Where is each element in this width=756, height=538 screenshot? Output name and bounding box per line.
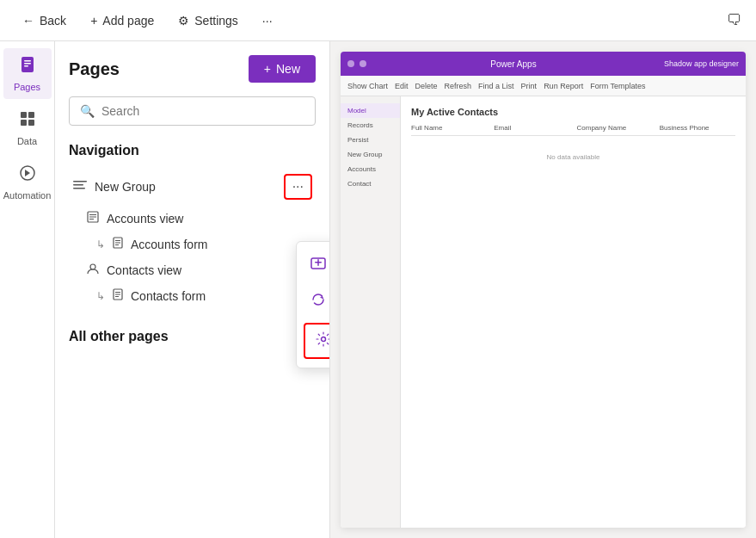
search-input[interactable]	[101, 104, 304, 118]
context-menu-new-group[interactable]: New group	[297, 247, 330, 283]
new-group-icon	[310, 256, 326, 275]
pages-icon	[18, 55, 37, 78]
svg-rect-0	[22, 57, 34, 72]
add-page-label: Add page	[102, 14, 154, 28]
new-button[interactable]: + New	[249, 55, 316, 83]
col1-header: Full Name	[411, 124, 487, 132]
preview-sidebar-accounts: Accounts	[341, 162, 400, 176]
group-icon	[72, 177, 88, 196]
svg-rect-18	[115, 243, 120, 244]
search-box[interactable]: 🔍	[69, 96, 316, 126]
nav-item-accounts-form[interactable]: ↳ Accounts form	[69, 232, 316, 257]
data-icon	[18, 109, 37, 133]
gear-icon: ⚙	[178, 14, 189, 28]
svg-rect-5	[28, 112, 34, 118]
contacts-form-indent-icon: ↳	[96, 290, 105, 302]
preview-empty-text: No data available	[411, 153, 735, 161]
preview-sidebar-contact: Contact	[341, 176, 400, 191]
navigation-title: Navigation	[69, 143, 316, 158]
sidebar-item-automation[interactable]: Automation	[3, 157, 52, 207]
top-bar: ← Back + Add page ⚙ Settings ··· 🗨	[0, 0, 756, 41]
preview-sidebar-model: Model	[341, 103, 400, 118]
accounts-form-indent-icon: ↳	[96, 238, 105, 250]
topbar-dot-2	[360, 60, 366, 67]
add-page-button[interactable]: + Add page	[82, 9, 163, 33]
settings-label: Settings	[194, 14, 238, 28]
topbar-dot-1	[347, 60, 354, 67]
accounts-form-icon	[112, 237, 124, 251]
svg-rect-13	[89, 214, 96, 215]
svg-rect-2	[24, 63, 31, 65]
preview-sidebar-new-group: New Group	[341, 147, 400, 162]
preview-content: Model Records Persist New Group Accounts…	[341, 96, 746, 528]
preview-frame: Power Apps Shadow app designer Show Char…	[341, 52, 746, 528]
preview-sidebar-records: Records	[341, 118, 400, 133]
svg-rect-19	[115, 244, 119, 245]
toolbar-print: Print	[521, 82, 538, 90]
preview-app-name: Power Apps	[372, 59, 655, 69]
accounts-form-label: Accounts form	[131, 238, 207, 251]
svg-rect-23	[115, 294, 120, 295]
new-button-label: New	[276, 62, 300, 76]
nav-item-contacts-view[interactable]: Contacts view	[69, 257, 316, 283]
toolbar-run-report: Run Report	[544, 82, 583, 90]
contacts-view-icon	[86, 262, 100, 278]
accounts-view-label: Accounts view	[107, 212, 183, 226]
svg-rect-9	[73, 181, 87, 182]
toolbar-form-templates: Form Templates	[590, 82, 645, 90]
preview-table-header: Full Name Email Company Name Business Ph…	[411, 124, 735, 136]
chat-icon: 🗨	[727, 11, 742, 28]
svg-rect-22	[115, 292, 120, 293]
svg-rect-10	[73, 184, 83, 186]
preview-main: My Active Contacts Full Name Email Compa…	[401, 96, 746, 528]
context-menu: New group Refresh preview	[296, 241, 330, 368]
preview-designer-label: Shadow app designer	[664, 59, 739, 68]
svg-rect-17	[115, 240, 120, 241]
preview-sidebar: Model Records Persist New Group Accounts…	[341, 96, 401, 528]
svg-rect-14	[89, 217, 96, 218]
nav-item-contacts-form[interactable]: ↳ Contacts form	[69, 283, 316, 308]
automation-icon	[18, 164, 37, 187]
back-label: Back	[40, 14, 66, 28]
search-icon: 🔍	[80, 104, 95, 118]
toolbar-find-list: Find a List	[478, 82, 514, 90]
toolbar-refresh: Refresh	[445, 82, 472, 90]
more-button[interactable]: ···	[254, 9, 281, 33]
settings-button[interactable]: ⚙ Settings	[169, 9, 247, 33]
contacts-form-label: Contacts form	[131, 289, 206, 303]
preview-sidebar-persist: Persist	[341, 133, 400, 147]
sidebar-item-pages[interactable]: Pages	[3, 48, 52, 99]
sidebar-item-pages-label: Pages	[14, 82, 40, 92]
pages-header: Pages + New	[69, 55, 316, 83]
new-plus-icon: +	[264, 62, 271, 76]
preview-toolbar: Show Chart Edit Delete Refresh Find a Li…	[341, 76, 746, 96]
svg-rect-1	[24, 60, 31, 62]
toolbar-delete: Delete	[415, 82, 438, 90]
col4-header: Business Phone	[660, 124, 735, 132]
nav-group-row[interactable]: New Group ···	[69, 169, 316, 205]
sidebar-item-data[interactable]: Data	[3, 102, 52, 153]
all-other-pages-title: All other pages	[69, 329, 316, 344]
svg-rect-6	[21, 120, 27, 126]
sidebar-item-automation-label: Automation	[3, 190, 52, 201]
accounts-view-icon	[86, 210, 100, 226]
preview-panel: Power Apps Shadow app designer Show Char…	[330, 41, 756, 538]
back-button[interactable]: ← Back	[14, 9, 75, 33]
chat-icon-button[interactable]: 🗨	[727, 11, 742, 29]
nav-item-accounts-view[interactable]: Accounts view	[69, 205, 316, 232]
three-dots-button[interactable]: ···	[284, 174, 312, 200]
preview-table-title: My Active Contacts	[411, 107, 735, 117]
pages-title: Pages	[69, 59, 120, 79]
svg-rect-3	[24, 65, 28, 67]
main-area: Pages Data Automation	[0, 41, 756, 538]
context-menu-refresh-preview[interactable]: Refresh preview	[297, 283, 330, 319]
refresh-icon	[310, 292, 326, 311]
context-menu-settings[interactable]: Settings	[304, 323, 330, 359]
back-arrow-icon: ←	[22, 14, 34, 28]
contacts-form-icon	[112, 288, 124, 303]
toolbar-show-chart: Show Chart	[347, 82, 388, 90]
svg-rect-27	[317, 259, 319, 266]
pages-panel: Pages + New 🔍 Navigation New Group ···	[55, 41, 330, 538]
svg-rect-24	[115, 296, 119, 297]
new-group-label: New Group	[95, 180, 156, 194]
